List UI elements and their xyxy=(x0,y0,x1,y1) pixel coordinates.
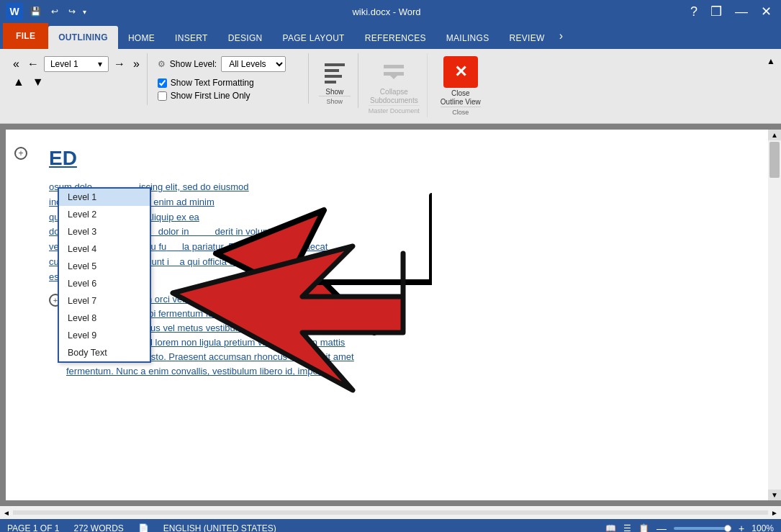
status-right: 📖 ☰ 📋 — + 100% xyxy=(605,523,774,532)
dropdown-item-level3[interactable]: Level 3 xyxy=(59,223,150,240)
show-first-line-label: Show First Line Only xyxy=(171,91,250,101)
scroll-left-arrow[interactable]: ◄ xyxy=(3,509,10,517)
show-level-select[interactable]: All Levels xyxy=(221,56,286,72)
title-bar: W 💾 ↩ ↪ ▾ wiki.docx - Word ? ❒ — ✕ xyxy=(0,0,781,23)
collapse-btn-group[interactable]: CollapseSubdocuments xyxy=(370,56,418,105)
word-count: 272 WORDS xyxy=(73,523,123,532)
nav-row-top: « ← Level 1 ▾ → » xyxy=(10,56,143,72)
dropdown-item-level7[interactable]: Level 7 xyxy=(59,292,150,310)
undo-button[interactable]: ↩ xyxy=(48,5,61,18)
svg-rect-1 xyxy=(325,69,339,72)
show-first-line-checkbox[interactable] xyxy=(158,91,167,101)
dropdown-item-level9[interactable]: Level 9 xyxy=(59,327,150,344)
ribbon-body: « ← Level 1 ▾ → » ▲ ▼ ⚙ Show Level: All … xyxy=(0,49,781,124)
nav-row-bottom: ▲ ▼ xyxy=(10,75,47,89)
doc-container: + ED osum dolo iscing elit, sed do eiusm… xyxy=(0,124,781,506)
dropdown-item-level5[interactable]: Level 5 xyxy=(59,258,150,275)
minimize-button[interactable]: — xyxy=(731,3,751,21)
tab-review[interactable]: REVIEW xyxy=(500,27,555,49)
nav-left-btn[interactable]: ← xyxy=(24,56,42,72)
dropdown-item-body[interactable]: Body Text xyxy=(59,344,150,361)
close-section: ✕ CloseOutline View Close xyxy=(430,53,491,119)
tab-design[interactable]: DESIGN xyxy=(218,27,273,49)
nav-right-right-btn[interactable]: » xyxy=(130,56,143,72)
status-bar: PAGE 1 OF 1 272 WORDS 📄 ENGLISH (UNITED … xyxy=(0,519,781,532)
level-select-button[interactable]: Level 1 ▾ xyxy=(44,56,109,72)
circle-expand-icon[interactable]: + xyxy=(14,147,27,160)
show-btn-group[interactable]: Show xyxy=(319,56,351,96)
tab-page-layout[interactable]: PAGE LAYOUT xyxy=(273,27,355,49)
zoom-plus-icon[interactable]: + xyxy=(739,523,744,532)
show-level-label: Show Level: xyxy=(170,59,217,69)
zoom-value: 100% xyxy=(751,523,774,532)
spell-icon[interactable]: 📄 xyxy=(138,523,149,532)
ribbon-tabs: FILE OUTLINING HOME INSERT DESIGN PAGE L… xyxy=(0,23,781,49)
nav-down-btn[interactable]: ▼ xyxy=(30,75,47,89)
scroll-h-track[interactable] xyxy=(13,510,768,515)
collapse-section: CollapseSubdocuments Master Document xyxy=(361,53,428,117)
title-bar-controls: ? ❒ — ✕ xyxy=(687,2,775,21)
show-options-section: ⚙ Show Level: All Levels Show Text Forma… xyxy=(150,53,309,104)
level-dropdown-menu: Level 1 Level 2 Level 3 Level 4 Level 5 … xyxy=(58,187,151,363)
main-area: + ED osum dolo iscing elit, sed do eiusm… xyxy=(0,124,781,506)
page-info: PAGE 1 OF 1 xyxy=(7,523,59,532)
outline-nav-section: « ← Level 1 ▾ → » ▲ ▼ xyxy=(6,53,148,105)
scroll-right-arrow[interactable]: ► xyxy=(771,509,778,517)
show-text-formatting-checkbox[interactable] xyxy=(158,78,167,88)
dropdown-item-level6[interactable]: Level 6 xyxy=(59,275,150,292)
window-title: wiki.docx - Word xyxy=(86,6,687,17)
tab-references[interactable]: REFERENCES xyxy=(355,27,436,49)
more-tabs-icon[interactable]: › xyxy=(555,30,567,42)
tab-mailings[interactable]: MAILINGS xyxy=(436,27,500,49)
restore-button[interactable]: ❒ xyxy=(707,2,726,21)
nav-up-btn[interactable]: ▲ xyxy=(10,75,27,89)
scroll-thumb[interactable] xyxy=(769,142,780,178)
doc-sub-item: + Duis elementum non orci vel congue. Fu… xyxy=(49,292,742,379)
view-icon-print[interactable]: ☰ xyxy=(623,523,631,532)
close-btn-icon: ✕ xyxy=(443,56,478,88)
close-btn-label: CloseOutline View xyxy=(441,89,481,107)
dropdown-item-level8[interactable]: Level 8 xyxy=(59,310,150,327)
master-doc-label: Master Document xyxy=(369,105,420,114)
close-section-label: Close xyxy=(441,107,481,116)
level-dropdown: Level 1 ▾ xyxy=(44,56,109,72)
zoom-slider[interactable] xyxy=(674,527,731,530)
view-icon-read[interactable]: 📖 xyxy=(605,523,616,532)
close-outline-btn-group[interactable]: ✕ CloseOutline View xyxy=(441,56,481,107)
dropdown-item-level4[interactable]: Level 4 xyxy=(59,240,150,258)
zoom-minus-icon[interactable]: — xyxy=(656,523,667,532)
scroll-up-arrow[interactable]: ▲ xyxy=(768,130,781,140)
redo-button[interactable]: ↪ xyxy=(66,5,78,18)
level-select-label: Level 1 xyxy=(50,59,78,69)
svg-rect-2 xyxy=(325,75,342,78)
show-level-icon: ⚙ xyxy=(158,59,166,69)
view-icon-web[interactable]: 📋 xyxy=(638,523,649,532)
close-x-icon: ✕ xyxy=(454,63,467,81)
zoom-thumb[interactable] xyxy=(724,525,731,532)
doc-paragraph-1: osum dolo iscing elit, sed do eiusmod in… xyxy=(49,180,742,285)
show-first-line-row: Show First Line Only xyxy=(158,91,301,101)
dropdown-item-level1[interactable]: Level 1 xyxy=(59,189,150,206)
title-bar-left: W 💾 ↩ ↪ ▾ xyxy=(6,3,86,20)
show-section-label: Show xyxy=(319,96,351,105)
tab-insert[interactable]: INSERT xyxy=(165,27,218,49)
nav-left-left-btn[interactable]: « xyxy=(10,56,22,72)
tab-home[interactable]: HOME xyxy=(118,27,165,49)
close-window-button[interactable]: ✕ xyxy=(757,2,775,21)
scroll-down-arrow[interactable]: ▼ xyxy=(768,490,781,500)
show-level-row: ⚙ Show Level: All Levels xyxy=(158,56,301,72)
show-btn-label: Show xyxy=(325,88,343,96)
svg-rect-0 xyxy=(325,63,345,66)
save-button[interactable]: 💾 xyxy=(27,5,44,18)
nav-right-btn[interactable]: → xyxy=(111,56,128,72)
dropdown-item-level2[interactable]: Level 2 xyxy=(59,206,150,223)
tab-outlining[interactable]: OUTLINING xyxy=(48,26,118,49)
word-icon: W xyxy=(6,3,23,20)
help-button[interactable]: ? xyxy=(687,3,701,21)
svg-rect-3 xyxy=(325,81,336,84)
level-dropdown-arrow: ▾ xyxy=(98,59,102,69)
tab-file[interactable]: FILE xyxy=(3,23,48,49)
show-text-formatting-row: Show Text Formatting xyxy=(158,78,301,88)
ribbon-scroll-up[interactable]: ▲ xyxy=(767,53,775,66)
collapse-btn-label: CollapseSubdocuments xyxy=(370,88,418,105)
